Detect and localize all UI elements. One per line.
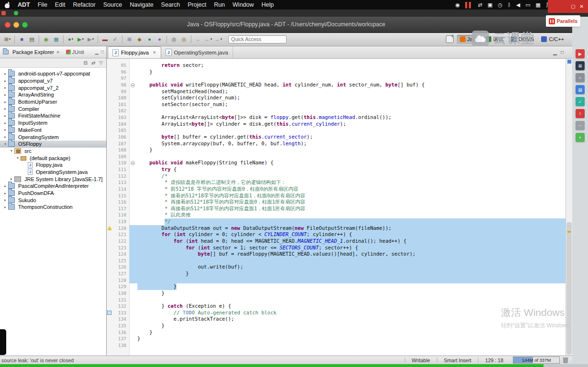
code-text[interactable]: * 再接着的512*18字节的内容对应盘面0，柱面1所有扇区内容	[129, 199, 566, 205]
tree-item-bottomupparser[interactable]: ▸BottomUpParser	[0, 98, 106, 106]
collapse-all-icon[interactable]: ⊟	[84, 60, 88, 65]
expand-arrow-icon[interactable]: ▸	[3, 86, 8, 90]
line-number[interactable]: 122	[107, 238, 129, 245]
tree-item-floppy-java[interactable]: JFloppy.java	[0, 162, 106, 169]
tree-item-sukudo[interactable]: ▸Sukudo	[0, 196, 106, 204]
code-text[interactable]: System.arraycopy(buf, 0, buffer, 0, buf.…	[129, 140, 566, 147]
expand-arrow-icon[interactable]: ▸	[3, 191, 8, 195]
tree-item-inputsystem[interactable]: ▸InputSystem	[0, 119, 106, 127]
screen-record-icon[interactable]: ◉	[455, 2, 460, 8]
code-text[interactable]: */	[129, 218, 566, 225]
code-text[interactable]: for (int sector = 1; sector <= SECTORS_C…	[129, 245, 566, 251]
menu-item-run[interactable]: Run	[214, 1, 225, 8]
code-text[interactable]: setSector(sector_num);	[129, 101, 566, 108]
line-number[interactable]: 121	[107, 231, 129, 238]
line-number[interactable]: 128	[107, 277, 129, 284]
code-text[interactable]	[129, 297, 566, 303]
menu-item-project[interactable]: Project	[188, 1, 206, 8]
code-line-131[interactable]: 131	[107, 297, 566, 303]
tree-item-finitstatemachine[interactable]: ▸FinitStateMachine	[0, 112, 106, 119]
code-line-133[interactable]: 133 // TODO Auto-generated catch block	[107, 310, 566, 316]
menu-item-search[interactable]: Search	[161, 1, 180, 8]
link-with-editor-icon[interactable]: ⇄	[91, 60, 95, 65]
expand-arrow-icon[interactable]: ▸	[3, 107, 8, 111]
code-text[interactable]: /*	[129, 173, 566, 180]
code-text[interactable]: try {	[129, 166, 566, 173]
line-number[interactable]: 108	[107, 147, 129, 153]
line-number[interactable]: 111	[107, 166, 129, 173]
code-line-129[interactable]: 129 }	[107, 283, 566, 290]
player-strip-close-icon[interactable]	[1, 11, 6, 15]
line-number[interactable]: 112	[107, 173, 129, 180]
volume-icon[interactable]: ◀	[516, 2, 520, 8]
quick-access-input[interactable]	[228, 35, 287, 43]
tree-item-src[interactable]: ▾src	[0, 148, 106, 155]
code-line-117[interactable]: 117 * 再接着的512*18字节的内容对应盘面1，柱面1所有扇区内容	[107, 205, 566, 212]
line-number[interactable]: 99	[107, 88, 129, 95]
overview-selection-marker[interactable]	[567, 60, 571, 64]
code-line-138[interactable]: 138	[107, 342, 566, 349]
line-number[interactable]: 129	[107, 283, 129, 290]
maximize-view-icon[interactable]: □	[101, 50, 104, 54]
code-text[interactable]: ArrayList<byte[]> cylinder = disk.get(th…	[129, 121, 566, 128]
code-text[interactable]: }	[129, 270, 566, 277]
bluetooth-icon[interactable]: ᛒ	[508, 2, 511, 8]
code-line-124[interactable]: 124 byte[] buf = readFloppy(MAGNETIC_HEA…	[107, 251, 566, 258]
code-line-114[interactable]: 114 * 前512*18 字节的内容对应盘面0，柱面0的所有扇区内容	[107, 186, 566, 193]
expand-arrow-icon[interactable]: ▸	[3, 184, 8, 188]
debug-icon[interactable]: ●▾	[66, 34, 75, 44]
warning-marker-icon[interactable]	[107, 226, 112, 230]
code-text[interactable]: * 以此类推	[129, 212, 566, 218]
line-number[interactable]: 96	[107, 69, 129, 76]
overlay-icon-6[interactable]: !	[576, 109, 585, 118]
code-text[interactable]: }	[129, 69, 566, 76]
menu-item-window[interactable]: Window	[233, 1, 254, 8]
code-text[interactable]: return sector;	[129, 62, 566, 69]
line-number[interactable]: 123	[107, 245, 129, 251]
player-minimize-icon[interactable]: ▢	[571, 4, 575, 9]
perspective-c-c[interactable]: C/C++	[538, 35, 567, 44]
code-text[interactable]: }	[129, 147, 566, 153]
code-line-104[interactable]: 104 ArrayList<byte[]> cylinder = disk.ge…	[107, 121, 566, 128]
line-number[interactable]: 97	[107, 75, 129, 82]
expand-arrow-icon[interactable]: ▸	[3, 128, 8, 132]
line-number[interactable]: 98	[107, 82, 129, 88]
new-package-icon[interactable]: ◆	[135, 34, 144, 44]
overlay-icon-5[interactable]: ✓	[576, 97, 585, 106]
dropdown-arrow-icon[interactable]: ▾	[92, 37, 94, 41]
code-line-115[interactable]: 115 * 接着的512*18字节的内容对应盘面1，柱面0的所有扇区内容	[107, 193, 566, 199]
code-line-121[interactable]: 121 for (int cylinder = 0; cylinder < CY…	[107, 231, 566, 238]
code-line-95[interactable]: 95 return sector;	[107, 62, 566, 69]
line-number[interactable]: 132	[107, 303, 129, 310]
code-text[interactable]: * 再接着的512*18字节的内容对应盘面1，柱面1所有扇区内容	[129, 205, 566, 212]
code-text[interactable]: }	[129, 329, 566, 336]
tree-item-appcompat-v7-2[interactable]: ▸appcompat_v7_2	[0, 84, 106, 91]
battery-icon[interactable]: ▭	[525, 2, 530, 8]
dropdown-arrow-icon[interactable]: ▾	[9, 37, 11, 41]
code-text[interactable]	[129, 277, 566, 284]
code-text[interactable]	[129, 127, 566, 134]
tree-item-makefont[interactable]: ▸MakeFont	[0, 127, 106, 134]
code-line-122[interactable]: 122 for (int head = 0; head <= MAGNETIC_…	[107, 238, 566, 245]
line-number[interactable]: 134	[107, 316, 129, 323]
forward-icon[interactable]: →▾	[214, 34, 223, 44]
code-line-126[interactable]: 126 out.write(buf);	[107, 264, 566, 270]
code-line-127[interactable]: 127 }	[107, 270, 566, 277]
code-text[interactable]: for (int head = 0; head <= MAGNETIC_HEAD…	[129, 238, 566, 245]
code-line-130[interactable]: 130 }	[107, 290, 566, 297]
code-line-107[interactable]: 107 System.arraycopy(buf, 0, buffer, 0, …	[107, 140, 566, 147]
code-text[interactable]: out.write(buf);	[129, 264, 566, 270]
back-icon[interactable]: ←▾	[204, 34, 213, 44]
line-number[interactable]: 104	[107, 121, 129, 128]
code-text[interactable]: * 虚拟软盘是存粹的二进制文件，它的逻辑结构如下：	[129, 179, 566, 186]
collapse-arrow-icon[interactable]: ▾	[15, 156, 20, 160]
window-zoom-button[interactable]	[22, 22, 28, 28]
line-number[interactable]: 136	[107, 329, 129, 336]
code-line-134[interactable]: 134 e.printStackTrace();	[107, 316, 566, 323]
expand-arrow-icon[interactable]: ▸	[3, 79, 8, 83]
tree-item-arrayandstring[interactable]: ▸ArrayAndString	[0, 91, 106, 98]
code-text[interactable]: ArrayList<ArrayList<byte[]>> disk = flop…	[129, 114, 566, 121]
pause-icon[interactable]: ▌▌	[465, 2, 473, 8]
tree-item-operatingsystem-java[interactable]: JOperatingSystem.java	[0, 169, 106, 176]
tree-item-pushdowndfa[interactable]: ▸PushDownDFA	[0, 190, 106, 197]
